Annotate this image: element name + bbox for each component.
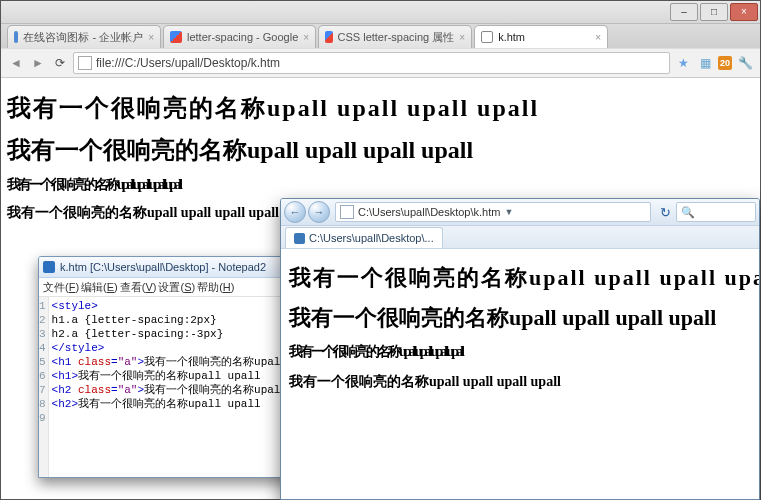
ie-url-text: C:\Users\upall\Desktop\k.htm (358, 206, 500, 218)
tab-label: letter-spacing - Google (187, 31, 298, 43)
extension-icon[interactable]: ▦ (696, 54, 714, 72)
menu-item[interactable]: 帮助(H) (197, 280, 234, 295)
ie-page-icon (340, 205, 354, 219)
window-maximize-button[interactable]: □ (700, 3, 728, 21)
menu-item[interactable]: 设置(S) (158, 280, 195, 295)
window-minimize-button[interactable]: – (670, 3, 698, 21)
address-bar: ◄ ► ⟳ file:///C:/Users/upall/Desktop/k.h… (1, 48, 760, 78)
ie-tab-strip: C:\Users\upall\Desktop\... (281, 226, 759, 249)
browser-tab[interactable]: k.htm× (474, 25, 608, 48)
line-number: 2 (39, 313, 46, 327)
tab-close-icon[interactable]: × (148, 32, 154, 43)
page-icon (78, 56, 92, 70)
ie-rendered-h2-normal: 我有一个很响亮的名称upall upall upall upall (289, 373, 751, 391)
wrench-menu-icon[interactable]: 🔧 (736, 54, 754, 72)
code-line[interactable]: <h1>我有一个很响亮的名称upall upall (52, 369, 301, 383)
browser-tab[interactable]: 在线咨询图标 - 企业帐户× (7, 25, 161, 48)
line-number: 7 (39, 383, 46, 397)
favicon-icon (170, 31, 182, 43)
notepad-app-icon (43, 261, 55, 273)
rendered-h1-letterspaced: 我有一个很响亮的名称upall upall upall upall (7, 92, 754, 124)
menu-item[interactable]: 编辑(E) (81, 280, 118, 295)
ie-reload-button[interactable]: ↻ (656, 203, 674, 221)
ie-rendered-h1-normal: 我有一个很响亮的名称upall upall upall upall (289, 303, 751, 333)
forward-button[interactable]: ► (29, 54, 47, 72)
url-text: file:///C:/Users/upall/Desktop/k.htm (96, 56, 280, 70)
code-line[interactable]: <h1 class="a">我有一个很响亮的名称upall up (52, 355, 301, 369)
ie-url-input[interactable]: C:\Users\upall\Desktop\k.htm ▼ (335, 202, 651, 222)
reload-button[interactable]: ⟳ (51, 54, 69, 72)
code-line[interactable]: <h2 class="a">我有一个很响亮的名称upall up (52, 383, 301, 397)
favicon-icon (481, 31, 493, 43)
line-number: 5 (39, 355, 46, 369)
ie-search-input[interactable]: 🔍 (676, 202, 756, 222)
ie-tab[interactable]: C:\Users\upall\Desktop\... (285, 227, 443, 248)
line-number: 6 (39, 369, 46, 383)
tab-strip: 在线咨询图标 - 企业帐户×letter-spacing - Google×CS… (1, 24, 760, 48)
favicon-icon (325, 31, 332, 43)
line-number: 1 (39, 299, 46, 313)
code-area[interactable]: <style>h1.a {letter-spacing:2px}h2.a {le… (49, 297, 301, 478)
tab-close-icon[interactable]: × (459, 32, 465, 43)
menu-item[interactable]: 查看(V) (120, 280, 157, 295)
ie-address-bar: ← → C:\Users\upall\Desktop\k.htm ▼ ↻ 🔍 (281, 199, 759, 226)
back-button[interactable]: ◄ (7, 54, 25, 72)
browser-tab[interactable]: letter-spacing - Google× (163, 25, 316, 48)
ie-tab-icon (294, 233, 305, 244)
url-input[interactable]: file:///C:/Users/upall/Desktop/k.htm (73, 52, 670, 74)
code-line[interactable]: <style> (52, 299, 301, 313)
line-number: 8 (39, 397, 46, 411)
ie-back-button[interactable]: ← (284, 201, 306, 223)
tab-close-icon[interactable]: × (303, 32, 309, 43)
search-icon: 🔍 (681, 206, 695, 219)
line-number: 3 (39, 327, 46, 341)
tab-label: 在线咨询图标 - 企业帐户 (23, 30, 143, 45)
line-number: 9 (39, 411, 46, 425)
ie-window: ← → C:\Users\upall\Desktop\k.htm ▼ ↻ 🔍 C… (280, 198, 760, 500)
bookmark-star-icon[interactable]: ★ (674, 54, 692, 72)
notepad-title-text: k.htm [C:\Users\upall\Desktop] - Notepad… (60, 261, 266, 273)
rss-count: 20 (720, 58, 730, 68)
chevron-down-icon[interactable]: ▼ (504, 207, 513, 217)
notepad-menu-bar: 文件(F)编辑(E)查看(V)设置(S)帮助(H) (39, 278, 301, 297)
ie-page-viewport: 我有一个很响亮的名称upall upall upall upal 我有一个很响亮… (281, 249, 759, 413)
rss-badge-icon[interactable]: 20 (718, 56, 732, 70)
ie-tab-label: C:\Users\upall\Desktop\... (309, 232, 434, 244)
line-number: 4 (39, 341, 46, 355)
code-line[interactable]: <h2>我有一个很响亮的名称upall upall (52, 397, 301, 411)
tab-close-icon[interactable]: × (595, 32, 601, 43)
ie-rendered-h2-letterspaced: 我有一个很响亮的名称upall upall upall upall (289, 343, 751, 361)
notepad-window: k.htm [C:\Users\upall\Desktop] - Notepad… (38, 256, 302, 478)
tab-label: k.htm (498, 31, 525, 43)
notepad-editor[interactable]: 123456789 <style>h1.a {letter-spacing:2p… (39, 297, 301, 478)
window-titlebar[interactable]: – □ × (1, 1, 760, 24)
notepad-titlebar[interactable]: k.htm [C:\Users\upall\Desktop] - Notepad… (39, 257, 301, 278)
browser-tab[interactable]: CSS letter-spacing 属性× (318, 25, 472, 48)
window-close-button[interactable]: × (730, 3, 758, 21)
code-line[interactable]: h1.a {letter-spacing:2px} (52, 313, 301, 327)
ie-rendered-h1-letterspaced: 我有一个很响亮的名称upall upall upall upal (289, 263, 751, 293)
line-number-gutter: 123456789 (39, 297, 49, 478)
tab-label: CSS letter-spacing 属性 (338, 30, 455, 45)
rendered-h2-letterspaced: 我有一个很响亮的名称upall upall upall upall (7, 176, 754, 194)
code-line[interactable]: h2.a {letter-spacing:-3px} (52, 327, 301, 341)
ie-forward-button[interactable]: → (308, 201, 330, 223)
code-line[interactable] (52, 411, 301, 425)
rendered-h1-normal: 我有一个很响亮的名称upall upall upall upall (7, 134, 754, 166)
code-line[interactable]: </style> (52, 341, 301, 355)
menu-item[interactable]: 文件(F) (43, 280, 79, 295)
favicon-icon (14, 31, 18, 43)
